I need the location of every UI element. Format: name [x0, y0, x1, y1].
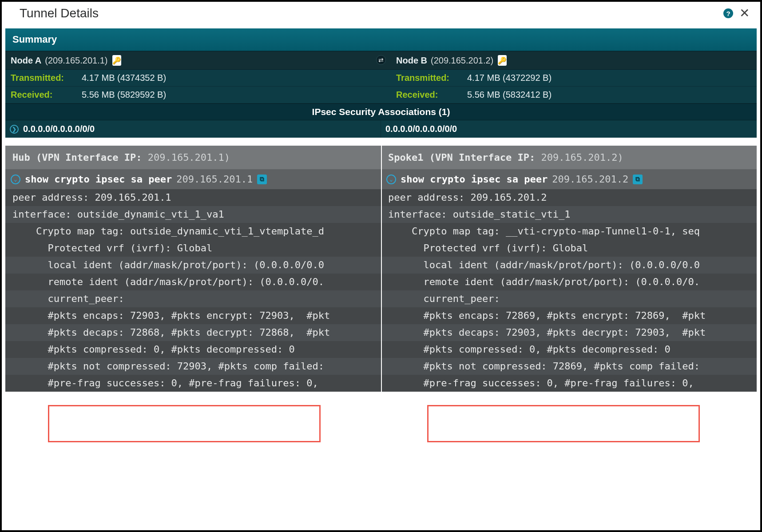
cli-line: #pkts not compressed: 72903, #pkts comp …: [5, 358, 381, 375]
node-a-tx-value: 4.17 MB (4374352 B): [82, 73, 166, 83]
node-b-column: Node B (209.165.201.2) 🔑 Transmitted: 4.…: [381, 51, 757, 103]
dialog-title: Tunnel Details: [20, 6, 99, 20]
node-summary-row: ⇄ Node A (209.165.201.1) 🔑 Transmitted: …: [5, 51, 757, 103]
spoke-command: show crypto ipsec sa peer: [401, 174, 548, 185]
hub-pane: Hub (VPN Interface IP: 209.165.201.1) ⌄ …: [5, 146, 381, 392]
collapse-spoke-icon[interactable]: ⌄: [386, 175, 396, 184]
cli-line: peer address: 209.165.201.2: [381, 189, 757, 206]
cli-line: local ident (addr/mask/prot/port): (0.0.…: [381, 257, 757, 274]
cli-line: current_peer:: [381, 290, 757, 307]
close-icon[interactable]: ✕: [739, 7, 750, 20]
swap-direction-icon[interactable]: ⇄: [376, 55, 386, 65]
node-b-rx-value: 5.56 MB (5832412 B): [467, 90, 552, 100]
node-b-tx-value: 4.17 MB (4372292 B): [467, 73, 552, 83]
spoke-cli-output: peer address: 209.165.201.2interface: ou…: [381, 189, 757, 392]
cli-line: current_peer:: [5, 290, 381, 307]
cli-line: interface: outside_dynamic_vti_1_va1: [5, 206, 381, 223]
node-b-label: Node B: [396, 56, 427, 66]
cli-line: #pkts encaps: 72903, #pkts encrypt: 7290…: [5, 307, 381, 324]
cli-line: local ident (addr/mask/prot/port): (0.0.…: [5, 257, 381, 274]
summary-header: Summary: [5, 28, 757, 51]
spoke-pane: Spoke1 (VPN Interface IP: 209.165.201.2)…: [381, 146, 757, 392]
ipsec-sa-header: IPsec Security Associations (1): [5, 103, 757, 120]
spoke-command-ip: 209.165.201.2: [552, 174, 628, 185]
hub-command: show crypto ipsec sa peer: [25, 174, 172, 185]
cli-line: remote ident (addr/mask/prot/port): (0.0…: [5, 274, 381, 290]
hub-cli-output: peer address: 209.165.201.1interface: ou…: [5, 189, 381, 392]
cli-line: #pkts compressed: 0, #pkts decompressed:…: [381, 341, 757, 358]
highlight-box-left: [48, 405, 321, 442]
cli-line: #pkts decaps: 72903, #pkts decrypt: 7290…: [381, 324, 757, 341]
cli-line: Crypto map tag: __vti-crypto-map-Tunnel1…: [381, 223, 757, 240]
hub-title-prefix: Hub (VPN Interface IP:: [12, 152, 142, 163]
spoke-title-prefix: Spoke1 (VPN Interface IP:: [388, 152, 535, 163]
cli-line: #pkts encaps: 72869, #pkts encrypt: 7286…: [381, 307, 757, 324]
node-a-rx-value: 5.56 MB (5829592 B): [82, 90, 166, 100]
cli-line: #pre-frag successes: 0, #pre-frag failur…: [5, 375, 381, 392]
node-b-ip: (209.165.201.2): [431, 56, 493, 66]
node-b-rx-label: Received:: [396, 90, 467, 100]
cli-line: Protected vrf (ivrf): Global: [5, 240, 381, 257]
cli-line: Protected vrf (ivrf): Global: [381, 240, 757, 257]
cli-line: #pkts not compressed: 72869, #pkts comp …: [381, 358, 757, 375]
sa-left-value: 0.0.0.0/0.0.0.0/0/0: [23, 124, 95, 134]
hub-command-ip: 209.165.201.1: [176, 174, 253, 185]
node-a-column: Node A (209.165.201.1) 🔑 Transmitted: 4.…: [5, 51, 381, 103]
hub-title-ip: 209.165.201.1): [148, 152, 230, 163]
cli-line: remote ident (addr/mask/prot/port): (0.0…: [381, 274, 757, 290]
expand-sa-icon[interactable]: ❯: [10, 125, 19, 134]
cli-line: #pkts decaps: 72868, #pkts decrypt: 7286…: [5, 324, 381, 341]
copy-icon[interactable]: ⧉: [257, 175, 267, 184]
node-b-tx-label: Transmitted:: [396, 73, 467, 83]
help-icon[interactable]: ?: [723, 8, 733, 18]
node-a-label: Node A: [11, 56, 41, 66]
collapse-hub-icon[interactable]: ⌄: [11, 175, 20, 184]
node-a-rx-label: Received:: [11, 90, 82, 100]
highlight-box-right: [427, 405, 700, 442]
ipsec-sa-row: ❯ 0.0.0.0/0.0.0.0/0/0 0.0.0.0/0.0.0.0/0/…: [5, 120, 757, 138]
cli-line: #pre-frag successes: 0, #pre-frag failur…: [381, 375, 757, 392]
sa-right-value: 0.0.0.0/0.0.0.0/0/0: [385, 124, 457, 134]
dialog-title-bar: Tunnel Details ? ✕: [2, 2, 760, 28]
cli-line: peer address: 209.165.201.1: [5, 189, 381, 206]
copy-icon[interactable]: ⧉: [633, 175, 643, 184]
cli-line: interface: outside_static_vti_1: [381, 206, 757, 223]
key-icon[interactable]: 🔑: [498, 55, 507, 66]
node-a-ip: (209.165.201.1): [45, 56, 107, 66]
key-icon[interactable]: 🔑: [112, 55, 121, 66]
node-a-tx-label: Transmitted:: [11, 73, 82, 83]
cli-line: #pkts compressed: 0, #pkts decompressed:…: [5, 341, 381, 358]
cli-line: Crypto map tag: outside_dynamic_vti_1_vt…: [5, 223, 381, 240]
spoke-title-ip: 209.165.201.2): [541, 152, 623, 163]
